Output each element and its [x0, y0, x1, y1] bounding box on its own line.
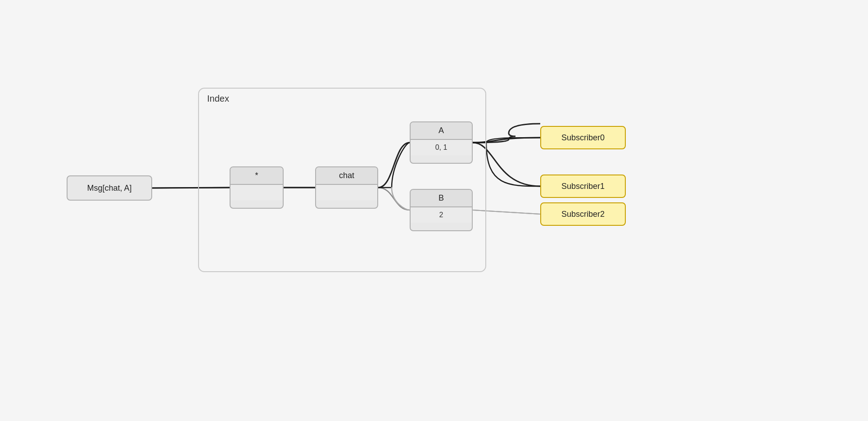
subscriber2-label: Subscriber2 [561, 210, 605, 219]
a-box: A 0, 1 [410, 121, 473, 164]
b-top: B [411, 190, 472, 207]
a-bottom: 0, 1 [411, 140, 472, 155]
subscriber0-box: Subscriber0 [540, 126, 626, 149]
chat-bottom [316, 185, 377, 200]
index-label: Index [207, 94, 229, 104]
wildcard-box: * [230, 166, 284, 209]
chat-top: chat [316, 167, 377, 185]
subscriber1-label: Subscriber1 [561, 182, 605, 191]
subscriber1-box: Subscriber1 [540, 175, 626, 198]
diagram-container: Index Msg[chat, A] * chat A 0, 1 B 2 Sub… [0, 0, 868, 421]
b-box: B 2 [410, 189, 473, 231]
a-top: A [411, 122, 472, 140]
subscriber0-label: Subscriber0 [561, 133, 605, 143]
subscriber2-box: Subscriber2 [540, 202, 626, 226]
msg-label: Msg[chat, A] [87, 184, 131, 193]
chat-box: chat [315, 166, 378, 209]
msg-box: Msg[chat, A] [67, 175, 152, 201]
b-bottom: 2 [411, 207, 472, 223]
wildcard-top: * [231, 167, 283, 185]
wildcard-bottom [231, 185, 283, 200]
